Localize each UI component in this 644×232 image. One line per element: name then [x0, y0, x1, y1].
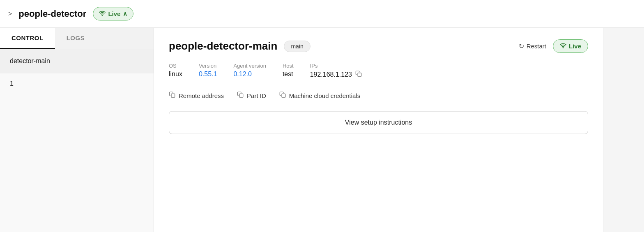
info-col-version: Version 0.55.1: [199, 63, 217, 78]
agent-label: Agent version: [233, 63, 266, 69]
os-value: linux: [169, 71, 182, 78]
restart-icon: ↻: [519, 42, 524, 50]
machine-name: people-detector-main: [169, 40, 277, 52]
main-layout: CONTROL LOGS detector-main 1 people-dete…: [0, 28, 644, 232]
ips-label: IPs: [310, 63, 362, 69]
sidebar-item-detector-main[interactable]: detector-main: [0, 49, 154, 73]
info-col-ips: IPs 192.168.1.123: [310, 63, 362, 78]
agent-value[interactable]: 0.12.0: [233, 71, 266, 78]
right-panel: [603, 28, 644, 232]
ips-value: 192.168.1.123: [310, 71, 352, 78]
sidebar-number: 1: [0, 73, 154, 94]
svg-rect-2: [358, 73, 361, 77]
svg-rect-3: [171, 94, 175, 98]
copy-ip-icon[interactable]: [355, 71, 362, 78]
breadcrumb-chevron[interactable]: >: [8, 10, 12, 18]
top-bar: > people-detector Live ∧: [0, 0, 644, 28]
sidebar-tabs: CONTROL LOGS: [0, 28, 154, 49]
project-name: people-detector: [18, 9, 86, 19]
live-chevron-top: ∧: [123, 10, 127, 18]
copy-part-id-label: Part ID: [247, 92, 266, 99]
copy-machine-cloud-credentials-button[interactable]: Machine cloud credentials: [279, 91, 360, 100]
sidebar: CONTROL LOGS detector-main 1: [0, 28, 154, 232]
restart-button[interactable]: ↻ Restart: [519, 42, 546, 50]
host-label: Host: [283, 63, 294, 69]
copy-buttons-row: Remote address Part ID M: [169, 91, 588, 100]
info-col-host: Host test: [283, 63, 294, 78]
svg-rect-4: [239, 94, 243, 98]
restart-label: Restart: [527, 43, 546, 50]
svg-rect-5: [282, 94, 285, 98]
copy-part-id-icon: [237, 91, 244, 100]
live-label-top: Live: [108, 10, 120, 17]
live-label-machine: Live: [569, 43, 581, 50]
live-badge-machine[interactable]: Live: [553, 39, 588, 53]
host-value: test: [283, 71, 294, 78]
version-label: Version: [199, 63, 217, 69]
info-col-agent: Agent version 0.12.0: [233, 63, 266, 78]
ip-row: 192.168.1.123: [310, 71, 362, 78]
copy-cloud-credentials-icon: [279, 91, 286, 100]
branch-badge[interactable]: main: [284, 41, 310, 52]
machine-header: people-detector-main main ↻ Restart Live: [169, 39, 588, 53]
live-wifi-icon-machine: [560, 42, 566, 50]
svg-point-1: [563, 48, 563, 48]
machine-info: OS linux Version 0.55.1 Agent version 0.…: [169, 63, 588, 78]
os-label: OS: [169, 63, 182, 69]
copy-remote-address-label: Remote address: [179, 92, 224, 99]
copy-part-id-button[interactable]: Part ID: [237, 91, 266, 100]
info-col-os: OS linux: [169, 63, 182, 78]
copy-remote-address-icon: [169, 91, 175, 100]
copy-machine-cloud-credentials-label: Machine cloud credentials: [289, 92, 360, 99]
tab-control[interactable]: CONTROL: [0, 28, 55, 49]
content-panel: people-detector-main main ↻ Restart Live: [154, 28, 603, 232]
live-wifi-icon-top: [99, 10, 106, 18]
live-badge-top[interactable]: Live ∧: [93, 7, 133, 20]
copy-remote-address-button[interactable]: Remote address: [169, 91, 224, 100]
svg-point-0: [102, 15, 103, 16]
view-setup-instructions-button[interactable]: View setup instructions: [169, 111, 588, 134]
version-value[interactable]: 0.55.1: [199, 71, 217, 78]
tab-logs[interactable]: LOGS: [55, 28, 97, 49]
